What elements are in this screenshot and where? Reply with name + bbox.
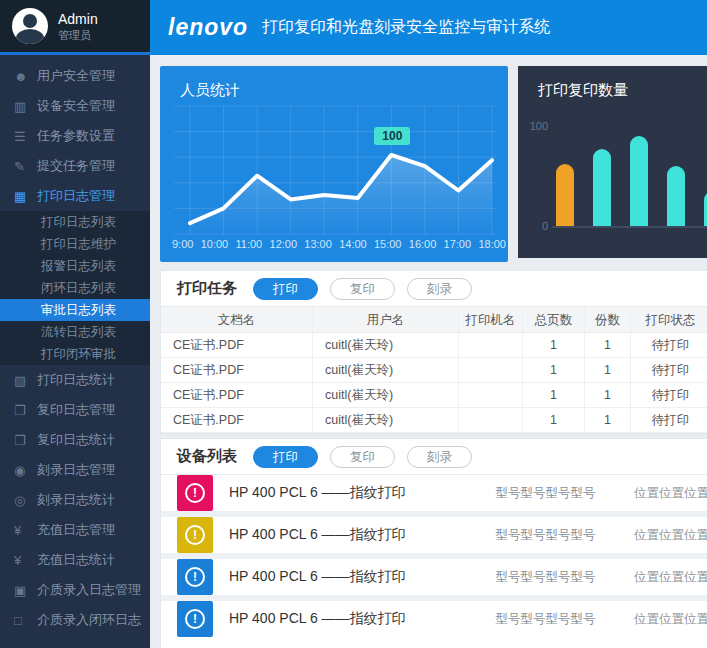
devices-tab-burn[interactable]: 刻录 — [407, 446, 472, 468]
sidebar-item-充值日志管理[interactable]: ¥充值日志管理 — [0, 515, 150, 545]
sidebar-item-label: 任务参数设置 — [37, 127, 115, 145]
device-row[interactable]: !HP 400 PCL 6 ——指纹打印型号型号型号型号位置位置位置位置 — [161, 517, 707, 553]
sidebar-item-刻录日志统计[interactable]: ◎刻录日志统计 — [0, 485, 150, 515]
sidebar-item-打印日志统计[interactable]: ▧打印日志统计 — [0, 365, 150, 395]
bar-chart-baseline — [552, 226, 707, 228]
bar-chart-title: 打印复印数量 — [538, 81, 628, 100]
device-name: HP 400 PCL 6 ——指纹打印 — [229, 526, 463, 544]
devices-tab-copy[interactable]: 复印 — [330, 446, 395, 468]
table-row[interactable]: CE证书.PDFcuitl(崔天玲)11待打印非密（内部） — [161, 358, 707, 383]
sidebar-item-label: 充值日志统计 — [37, 551, 115, 569]
sidebar-item-用户安全管理[interactable]: ☻用户安全管理 — [0, 61, 150, 91]
print-tasks-header: 打印任务 打印 复印 刻录 — [161, 271, 707, 307]
submenu-item-打印日志维护[interactable]: 打印日志维护 — [0, 233, 150, 255]
table-cell: 1 — [585, 383, 631, 407]
column-header-份数: 份数 — [585, 307, 631, 332]
table-row[interactable]: CE证书.PDFcuitl(崔天玲)11待打印非密（内部） — [161, 333, 707, 358]
table-cell — [459, 383, 523, 407]
device-status-icon: ! — [177, 559, 213, 595]
submenu-item-流转日志列表[interactable]: 流转日志列表 — [0, 321, 150, 343]
table-cell: 待打印 — [631, 358, 707, 382]
app-root: Admin 管理员 ☻用户安全管理▥设备安全管理☰任务参数设置✎提交任务管理▦打… — [0, 0, 707, 648]
sidebar-item-label: 介质录入闭环日志 — [37, 611, 141, 629]
device-row[interactable]: !HP 400 PCL 6 ——指纹打印型号型号型号型号位置位置位置位置 — [161, 475, 707, 511]
table-cell: CE证书.PDF — [161, 383, 313, 407]
device-location: 位置位置位置位置 — [628, 485, 707, 502]
submenu-item-报警日志列表[interactable]: 报警日志列表 — [0, 255, 150, 277]
sidebar-item-label: 介质录入日志管理 — [37, 581, 141, 599]
sidebar-item-复印日志管理[interactable]: ❐复印日志管理 — [0, 395, 150, 425]
x-tick-label: 14:00 — [339, 238, 367, 250]
table-row[interactable]: CE证书.PDFcuitl(崔天玲)11待打印非密（内部） — [161, 383, 707, 408]
x-tick-label: 15:00 — [374, 238, 402, 250]
device-row[interactable]: !HP 400 PCL 6 ——指纹打印型号型号型号型号位置位置位置位置 — [161, 559, 707, 595]
device-model: 型号型号型号型号 — [463, 485, 628, 502]
sidebar-item-复印日志统计[interactable]: ❐复印日志统计 — [0, 425, 150, 455]
sidebar-item-提交任务管理[interactable]: ✎提交任务管理 — [0, 151, 150, 181]
personnel-line-chart-panel: 人员统计 9:0010:0011:0012:0013:0014:0015:001… — [160, 66, 508, 262]
tab-print[interactable]: 打印 — [253, 278, 318, 300]
x-tick-label: 16:00 — [409, 238, 437, 250]
printer-icon: ▦ — [14, 189, 37, 204]
submenu-item-打印闭环审批[interactable]: 打印闭环审批 — [0, 343, 150, 365]
device-location: 位置位置位置位置 — [628, 611, 707, 628]
sidebar-item-设备安全管理[interactable]: ▥设备安全管理 — [0, 91, 150, 121]
table-row[interactable]: CE证书.PDFcuitl(崔天玲)11待打印非密（内部） — [161, 408, 707, 433]
sidebar-item-打印日志管理[interactable]: ▦打印日志管理 — [0, 181, 150, 211]
device-name: HP 400 PCL 6 ——指纹打印 — [229, 610, 463, 628]
devices-panel: 设备列表 打印 复印 刻录 !HP 400 PCL 6 ——指纹打印型号型号型号… — [160, 438, 707, 648]
bar-3 — [630, 136, 648, 226]
devices-tab-print[interactable]: 打印 — [253, 446, 318, 468]
sidebar-item-label: 用户安全管理 — [37, 67, 115, 85]
disc-stats-icon: ◎ — [14, 493, 37, 508]
device-model: 型号型号型号型号 — [463, 527, 628, 544]
printer-stats-icon: ▧ — [14, 373, 37, 388]
disc-icon: ◉ — [14, 463, 37, 478]
alert-icon: ! — [185, 609, 205, 629]
devices-header: 设备列表 打印 复印 刻录 — [161, 439, 707, 475]
tab-copy[interactable]: 复印 — [330, 278, 395, 300]
device-status-icon: ! — [177, 475, 213, 511]
sidebar-item-介质录入日志管理[interactable]: ▣介质录入日志管理 — [0, 575, 150, 605]
device-model: 型号型号型号型号 — [463, 569, 628, 586]
table-cell: 1 — [523, 333, 585, 357]
print-tasks-title: 打印任务 — [177, 279, 237, 298]
sidebar-item-介质录入闭环日志[interactable]: □介质录入闭环日志 — [0, 605, 150, 635]
users-icon: ☻ — [14, 69, 37, 84]
user-role: 管理员 — [58, 28, 98, 42]
alert-icon: ! — [185, 567, 205, 587]
table-header-row: 文档名用户名打印机名总页数份数打印状态密级名称 — [161, 307, 707, 333]
device-icon: ▥ — [14, 99, 37, 114]
sidebar-item-label: 复印日志统计 — [37, 431, 115, 449]
submenu-item-打印日志列表[interactable]: 打印日志列表 — [0, 211, 150, 233]
device-name: HP 400 PCL 6 ——指纹打印 — [229, 484, 463, 502]
recharge-icon: ¥ — [14, 523, 37, 538]
x-tick-label: 12:00 — [270, 238, 298, 250]
chart-tooltip: 100 — [374, 127, 410, 145]
x-tick-label: 11:00 — [236, 238, 263, 250]
main-content: 人员统计 9:0010:0011:0012:0013:0014:0015:001… — [150, 55, 707, 648]
table-cell: cuitl(崔天玲) — [313, 383, 459, 407]
sidebar-item-任务参数设置[interactable]: ☰任务参数设置 — [0, 121, 150, 151]
device-row[interactable]: !HP 400 PCL 6 ——指纹打印型号型号型号型号位置位置位置位置 — [161, 601, 707, 637]
submenu-item-审批日志列表[interactable]: 审批日志列表 — [0, 299, 150, 321]
tab-burn[interactable]: 刻录 — [407, 278, 472, 300]
x-tick-label: 10:00 — [201, 238, 229, 250]
table-cell: 待打印 — [631, 408, 707, 432]
submenu-item-闭环日志列表[interactable]: 闭环日志列表 — [0, 277, 150, 299]
table-cell: 1 — [585, 358, 631, 382]
sidebar-item-充值日志统计[interactable]: ¥充值日志统计 — [0, 545, 150, 575]
user-names: Admin 管理员 — [58, 11, 98, 42]
table-cell: 1 — [585, 333, 631, 357]
table-cell: 1 — [523, 408, 585, 432]
top-header: lenovo 打印复印和光盘刻录安全监控与审计系统 — [150, 0, 707, 55]
table-cell: 1 — [585, 408, 631, 432]
media-entry-icon: ▣ — [14, 583, 37, 598]
line-chart-title: 人员统计 — [180, 81, 240, 100]
user-area: Admin 管理员 — [0, 0, 150, 55]
sidebar-item-刻录日志管理[interactable]: ◉刻录日志管理 — [0, 455, 150, 485]
lenovo-logo: lenovo — [168, 14, 248, 41]
column-header-总页数: 总页数 — [523, 307, 585, 332]
sidebar-item-label: 刻录日志管理 — [37, 461, 115, 479]
column-header-文档名: 文档名 — [161, 307, 313, 332]
